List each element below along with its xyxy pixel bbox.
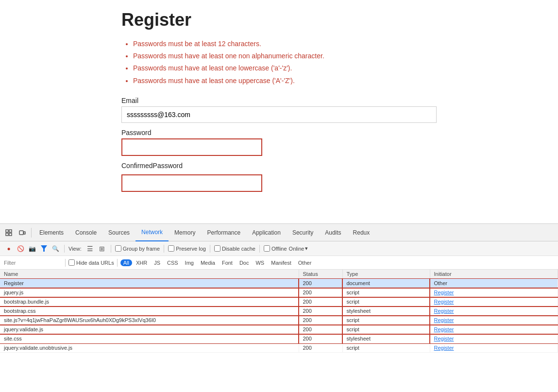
- table-row[interactable]: site.js?v=4q1jwFhaPaZgr8WAUSrux6hAuh0XDg…: [0, 316, 558, 325]
- disable-cache-label[interactable]: Disable cache: [214, 245, 255, 252]
- cell-initiator[interactable]: Register: [430, 334, 558, 343]
- cell-status: 200: [299, 297, 342, 307]
- table-row[interactable]: jquery.validate.js200scriptRegister: [0, 325, 558, 334]
- filter-type-btn-font[interactable]: Font: [219, 259, 236, 266]
- disable-cache-checkbox[interactable]: [214, 245, 220, 252]
- tab-security[interactable]: Security: [287, 224, 319, 241]
- filter-type-btn-css[interactable]: CSS: [164, 259, 181, 266]
- cell-type: document: [342, 279, 430, 288]
- group-by-frame-label[interactable]: Group by frame: [115, 245, 160, 252]
- tab-redux[interactable]: Redux: [347, 224, 376, 241]
- cell-status: 200: [299, 307, 342, 316]
- group-view-btn[interactable]: ⊞: [97, 244, 107, 254]
- tab-console[interactable]: Console: [69, 224, 102, 241]
- table-row[interactable]: jquery.validate.unobtrusive.js200scriptR…: [0, 343, 558, 353]
- svg-rect-1: [9, 230, 12, 232]
- initiator-link[interactable]: Register: [434, 336, 454, 341]
- devtools-toolbar-row: ● 🚫 📷 🔍 View: ☰ ⊞ Group by frame: [0, 241, 558, 256]
- cell-initiator[interactable]: Register: [430, 325, 558, 334]
- filter-type-btn-img[interactable]: Img: [182, 259, 197, 266]
- password-label: Password: [121, 129, 437, 136]
- cell-status: 200: [299, 316, 342, 325]
- filter-type-btn-doc[interactable]: Doc: [237, 259, 252, 266]
- svg-rect-5: [24, 232, 25, 234]
- group-by-frame-checkbox[interactable]: [115, 245, 121, 252]
- cell-status: 200: [299, 325, 342, 334]
- cell-name: site.css: [0, 334, 299, 343]
- validation-list: Passwords must be at least 12 characters…: [121, 38, 437, 87]
- email-input[interactable]: [121, 106, 437, 123]
- cell-name: bootstrap.css: [0, 307, 299, 316]
- hide-data-urls-checkbox[interactable]: [68, 259, 75, 266]
- initiator-link[interactable]: Register: [434, 326, 454, 332]
- cell-name: jquery.validate.js: [0, 325, 299, 334]
- password-input[interactable]: [121, 138, 262, 156]
- chevron-down-icon: ▾: [305, 245, 308, 252]
- preserve-log-label[interactable]: Preserve log: [168, 245, 206, 252]
- cell-status: 200: [299, 288, 342, 297]
- network-table-body: Register200documentOtherjquery.js200scri…: [0, 279, 558, 353]
- validation-item: Passwords must have at least one lowerca…: [133, 62, 437, 74]
- filter-type-btn-ws[interactable]: WS: [253, 259, 267, 266]
- table-row[interactable]: jquery.js200scriptRegister: [0, 288, 558, 297]
- filter-type-btn-xhr[interactable]: XHR: [133, 259, 150, 266]
- password-group: Password: [121, 129, 437, 156]
- record-btn[interactable]: ●: [4, 244, 14, 254]
- svg-rect-4: [19, 231, 23, 235]
- cell-initiator[interactable]: Register: [430, 297, 558, 307]
- search-btn[interactable]: 🔍: [51, 244, 60, 254]
- email-group: Email: [121, 97, 437, 123]
- toolbar-sep-2: [111, 245, 111, 253]
- offline-checkbox[interactable]: [264, 245, 270, 252]
- filter-type-btn-media[interactable]: Media: [198, 259, 218, 266]
- filter-type-btn-other[interactable]: Other: [295, 259, 315, 266]
- initiator-link[interactable]: Register: [434, 299, 454, 305]
- tab-application[interactable]: Application: [246, 224, 287, 241]
- tab-sources[interactable]: Sources: [102, 224, 135, 241]
- offline-label[interactable]: Offline: [264, 245, 287, 252]
- screenshot-btn[interactable]: 📷: [27, 244, 37, 254]
- inspect-icon-btn[interactable]: [2, 226, 16, 239]
- initiator-link[interactable]: Register: [434, 308, 454, 314]
- svg-rect-0: [6, 230, 8, 232]
- cell-name: Register: [0, 279, 299, 288]
- filter-type-btn-manifest[interactable]: Manifest: [268, 259, 294, 266]
- tab-separator: [31, 228, 32, 238]
- header-name: Name: [0, 270, 299, 279]
- cell-initiator[interactable]: Register: [430, 307, 558, 316]
- filter-type-btn-js[interactable]: JS: [151, 259, 163, 266]
- initiator-link[interactable]: Register: [434, 290, 454, 295]
- device-toolbar-btn[interactable]: [16, 226, 29, 239]
- online-dropdown[interactable]: Online ▾: [289, 245, 308, 252]
- table-row[interactable]: Register200documentOther: [0, 279, 558, 288]
- filter-input[interactable]: [4, 260, 62, 266]
- network-table[interactable]: Name Status Type Initiator Register200do…: [0, 270, 558, 392]
- tab-memory[interactable]: Memory: [169, 224, 201, 241]
- tab-network[interactable]: Network: [135, 224, 169, 241]
- cell-status: 200: [299, 343, 342, 353]
- cell-name: jquery.js: [0, 288, 299, 297]
- tab-audits[interactable]: Audits: [319, 224, 347, 241]
- cell-type: script: [342, 343, 430, 353]
- filter-type-buttons: AllXHRJSCSSImgMediaFontDocWSManifestOthe…: [120, 259, 315, 266]
- devtools-panel: Elements Console Sources Network Memory …: [0, 223, 558, 392]
- clear-btn[interactable]: 🚫: [16, 244, 25, 254]
- cell-initiator[interactable]: Register: [430, 316, 558, 325]
- tab-performance[interactable]: Performance: [201, 224, 246, 241]
- cell-initiator[interactable]: Register: [430, 343, 558, 353]
- initiator-link[interactable]: Register: [434, 345, 454, 351]
- preserve-log-checkbox[interactable]: [168, 245, 174, 252]
- list-view-btn[interactable]: ☰: [85, 244, 95, 254]
- filter-type-btn-all[interactable]: All: [120, 259, 132, 266]
- table-row[interactable]: bootstrap.css200stylesheetRegister: [0, 307, 558, 316]
- filter-btn[interactable]: [39, 244, 49, 254]
- table-row[interactable]: bootstrap.bundle.js200scriptRegister: [0, 297, 558, 307]
- confirmed-password-label: ConfirmedPassword: [121, 162, 437, 170]
- tab-elements[interactable]: Elements: [34, 224, 69, 241]
- initiator-link[interactable]: Register: [434, 317, 454, 323]
- table-row[interactable]: site.css200stylesheetRegister: [0, 334, 558, 343]
- cell-initiator[interactable]: Register: [430, 288, 558, 297]
- hide-data-urls-label[interactable]: Hide data URLs: [68, 259, 114, 266]
- cell-name: jquery.validate.unobtrusive.js: [0, 343, 299, 353]
- confirmed-password-input[interactable]: [121, 174, 262, 192]
